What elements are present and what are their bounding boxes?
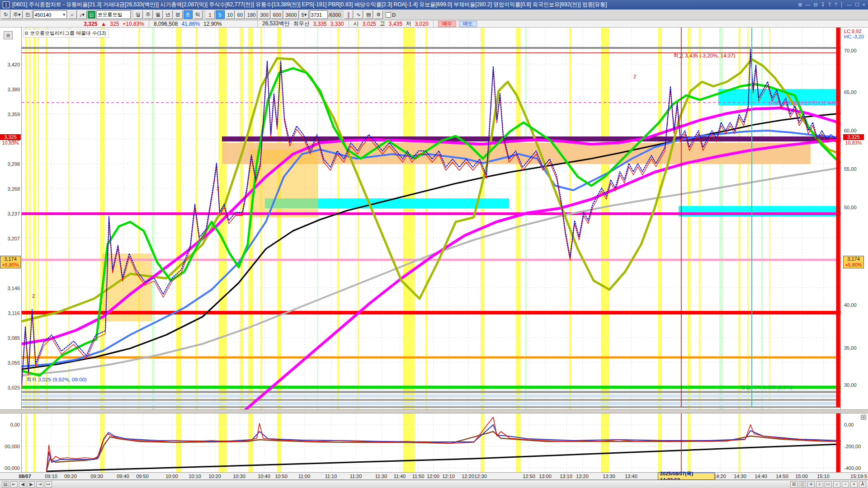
- chart-kind-select[interactable]: 주▾: [11, 10, 23, 19]
- interval-button-1[interactable]: 1: [206, 10, 215, 19]
- tool-icon-7[interactable]: +: [850, 481, 858, 488]
- titlebar[interactable]: 1 [0601] 주식종합차트 - 유통비율[21.3] 거래대금[26,533…: [0, 0, 868, 9]
- window-control-icon-9[interactable]: ×: [863, 2, 865, 8]
- nav-icon-3[interactable]: ▶: [28, 481, 35, 488]
- blue-ma: [22, 131, 841, 366]
- count-select[interactable]: 5 ▾: [300, 10, 309, 19]
- stock-code-value: 450140: [35, 12, 52, 18]
- stock-name-label[interactable]: 코오롱모빌: [96, 10, 131, 19]
- price-axis-label: 3,207: [7, 236, 20, 241]
- chart-legend[interactable]: 코오롱모빌리티그룹 매물대 수(13): [23, 29, 109, 38]
- time-tick: 14:50: [776, 474, 788, 479]
- window-control-icon-8[interactable]: ☐: [855, 2, 859, 8]
- window-control-icon-7[interactable]: —: [847, 2, 852, 8]
- tool-icon-1[interactable]: ◫: [799, 481, 806, 488]
- time-tick: 08/07: [19, 474, 31, 479]
- up-arrow-icon: ▲: [101, 21, 106, 27]
- nav-icon-4[interactable]: ⇥: [36, 481, 43, 488]
- panel-divider[interactable]: [0, 409, 868, 413]
- time-tick: 10:20: [208, 474, 221, 479]
- prev-stock-button[interactable]: 전: [24, 10, 33, 19]
- window-control-icon-0[interactable]: ⊞: [798, 2, 802, 8]
- percent-axis-label: 65,00: [844, 89, 857, 95]
- interval-button-3600[interactable]: 3600: [284, 10, 298, 19]
- period-button-틱[interactable]: 틱: [193, 10, 203, 19]
- period-button-분[interactable]: 분: [174, 10, 183, 19]
- percent-axis-label: 55,00: [844, 166, 857, 172]
- price-axis-label: 3,237: [7, 211, 20, 216]
- tool-icon-4[interactable]: ▭: [825, 481, 832, 488]
- interval-button-10[interactable]: 10: [226, 10, 235, 19]
- turnover-pct: 41.86%: [181, 21, 200, 27]
- candle-chart-icon[interactable]: ║: [344, 10, 353, 19]
- price-axis-label: 3,025: [7, 385, 20, 390]
- time-tick: 11:50: [412, 474, 425, 479]
- nav-icon-0[interactable]: ▤: [2, 481, 9, 488]
- line-chart-icon[interactable]: ∿: [354, 10, 363, 19]
- nav-icon-5[interactable]: ↦: [45, 481, 52, 488]
- count-marker: 2: [32, 293, 35, 299]
- time-tick: 12:20: [462, 474, 474, 479]
- time-tick: 10:50: [275, 474, 288, 479]
- count-marker: 2: [633, 74, 636, 79]
- window-title: [0601] 주식종합차트 - 유통비율[21.3] 거래대금[26,533(백…: [12, 1, 795, 9]
- ref-price-box: 3,174+5,80%: [0, 256, 21, 268]
- time-tick: 13:10: [560, 474, 572, 479]
- interval-button-60[interactable]: 60: [236, 10, 245, 19]
- period-button-월[interactable]: 월: [154, 10, 163, 19]
- panel-close-icon[interactable]: ×: [861, 415, 866, 420]
- chart-status-bar: ▤⇤◀▶⇥↦ ⊞◫✛⊹▭⌕−+A: [0, 480, 868, 488]
- tool-icon-5[interactable]: ⌕: [833, 481, 840, 488]
- count-value: 5: [302, 12, 304, 18]
- tool-icon-6[interactable]: −: [842, 481, 849, 488]
- legend-swatch: [25, 32, 28, 35]
- search-icon[interactable]: ⌕: [68, 10, 77, 19]
- sound-icon[interactable]: ♪▾: [78, 10, 87, 19]
- time-tick: 15:10: [817, 474, 830, 479]
- buy-button[interactable]: 매수: [438, 21, 456, 27]
- nav-icon-1[interactable]: ⇤: [10, 481, 18, 488]
- indicator-axis-label: -400,00: [844, 465, 861, 471]
- settings-gear-icon[interactable]: ⚙: [374, 10, 383, 19]
- bar-index-input[interactable]: 3731: [310, 10, 328, 19]
- window-control-icon-2[interactable]: ⊟: [814, 2, 818, 8]
- interval-button-180[interactable]: 180: [245, 10, 257, 19]
- time-tick: 14:20: [713, 474, 726, 479]
- percent-axis-label: 50,00: [844, 205, 857, 210]
- window-control-icon-5[interactable]: ?: [835, 2, 837, 8]
- chart-plot-area[interactable]: 222 코오롱모빌리티그룹 매물대 수(13) 최고 3,435 (-3,20%…: [21, 28, 841, 409]
- stock-code-input[interactable]: 450140▾: [33, 10, 67, 19]
- grid-toggle-icon[interactable]: ⊞: [4, 31, 13, 39]
- window-control-icon-4[interactable]: T: [828, 2, 831, 8]
- interval-button-300[interactable]: 300: [258, 10, 270, 19]
- window-control-icon-3[interactable]: ↧: [821, 2, 825, 8]
- tool-icon-8[interactable]: A: [859, 481, 866, 488]
- trade-value: 26,533백만: [262, 20, 290, 28]
- window-controls[interactable]: ⊞—⊟↧T?│—☐×: [798, 2, 865, 8]
- time-tick: 09:30: [90, 474, 103, 479]
- time-tick: 11:40: [394, 474, 406, 479]
- high-price: 3,435: [389, 21, 402, 27]
- interval-button-5[interactable]: 5: [216, 10, 225, 19]
- indicator-axis-label: 0,00: [10, 422, 20, 427]
- period-button-일[interactable]: 일: [134, 10, 143, 19]
- indicator-plot-area[interactable]: [21, 413, 841, 472]
- indicator-axis-label: 0,00: [844, 422, 854, 427]
- flow-brown: [47, 432, 841, 471]
- tool-icon-2[interactable]: ✛: [807, 481, 815, 488]
- period-button-주[interactable]: 주: [144, 10, 153, 19]
- save-icon[interactable]: ▤: [364, 10, 373, 19]
- tool-icon-0[interactable]: ⊞: [790, 481, 797, 488]
- tool-icon-3[interactable]: ⊹: [816, 481, 823, 488]
- interval-button-600[interactable]: 600: [271, 10, 283, 19]
- period-button-년[interactable]: 년: [164, 10, 173, 19]
- window-control-icon-6[interactable]: │: [840, 2, 844, 8]
- nav-icon-2[interactable]: ◀: [19, 481, 26, 488]
- swap-window-icon[interactable]: ↻: [1, 10, 10, 19]
- best-bid: 3,330: [330, 21, 344, 27]
- sell-button[interactable]: 매도: [459, 21, 477, 27]
- period-button-초[interactable]: 초: [184, 10, 193, 19]
- time-tick: 09:40: [117, 474, 129, 479]
- window-control-icon-1[interactable]: —: [806, 2, 811, 8]
- d-checkbox[interactable]: [386, 12, 391, 18]
